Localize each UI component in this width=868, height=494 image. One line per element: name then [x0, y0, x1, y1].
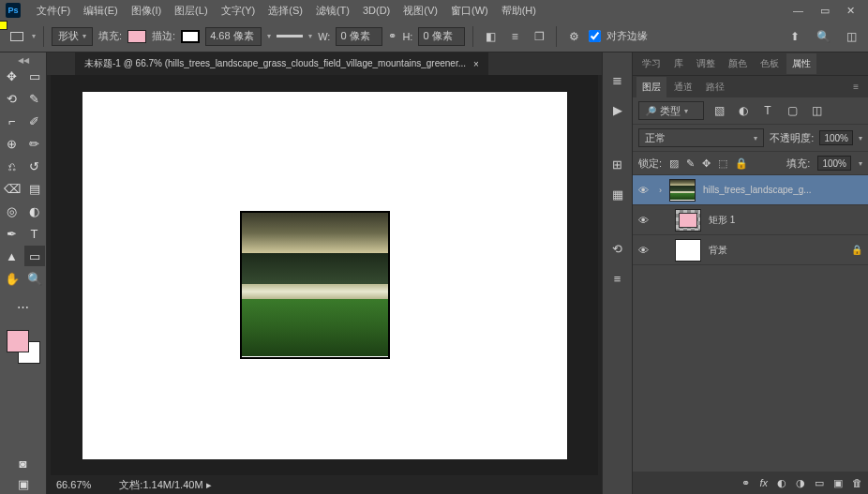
share-icon[interactable]: ⬆	[786, 27, 804, 46]
tab-layers[interactable]: 图层	[636, 77, 666, 97]
group-icon[interactable]: ▭	[815, 477, 824, 489]
visibility-icon[interactable]: 👁	[638, 185, 651, 196]
menu-filter[interactable]: 滤镜(T)	[309, 0, 356, 21]
history-panel-icon[interactable]: ≣	[609, 71, 626, 88]
chevron-down-icon[interactable]: ▾	[267, 32, 271, 40]
align-edges-checkbox[interactable]	[589, 30, 601, 42]
opacity-input[interactable]: 100%	[819, 130, 853, 145]
mask-icon[interactable]: ◐	[777, 477, 786, 489]
window-close-icon[interactable]: ✕	[846, 5, 855, 17]
align-icon[interactable]: ≡	[505, 27, 524, 46]
quick-mask-icon[interactable]: ◙	[13, 453, 34, 473]
marquee-tool[interactable]: ▭	[24, 66, 45, 86]
collapse-toolbox-icon[interactable]: ◀◀	[0, 56, 46, 64]
visibility-icon[interactable]: 👁	[638, 215, 651, 226]
tab-swatch[interactable]: 色板	[755, 53, 785, 74]
menu-type[interactable]: 文字(Y)	[215, 0, 262, 21]
zoom-tool[interactable]: 🔍	[24, 268, 45, 289]
menu-layer[interactable]: 图层(L)	[168, 0, 214, 21]
screen-mode-icon[interactable]: ▣	[13, 473, 34, 494]
layer-row[interactable]: 👁 矩形 1	[633, 205, 868, 235]
gear-icon[interactable]: ⚙	[564, 27, 583, 46]
link-icon[interactable]: ›	[659, 186, 662, 195]
new-layer-icon[interactable]: ▣	[833, 477, 843, 489]
gradient-tool[interactable]: ▤	[24, 178, 45, 199]
layer-name[interactable]: 矩形 1	[709, 214, 862, 227]
filter-shape-icon[interactable]: ▢	[783, 101, 801, 120]
canvas[interactable]	[82, 92, 567, 459]
link-layers-icon[interactable]: ⚭	[741, 477, 750, 489]
brush-tool[interactable]: ✏	[24, 133, 45, 154]
menu-image[interactable]: 图像(I)	[125, 0, 168, 21]
color-picker[interactable]	[7, 330, 40, 364]
eraser-tool[interactable]: ⌫	[2, 178, 22, 199]
hand-tool[interactable]: ✋	[2, 268, 22, 289]
width-input[interactable]: 0 像素	[336, 27, 382, 46]
quick-select-tool[interactable]: ✎	[24, 88, 45, 109]
layer-thumbnail[interactable]	[675, 239, 701, 262]
pen-tool[interactable]: ✒	[2, 223, 22, 244]
lock-all-icon[interactable]: 🔒	[735, 157, 748, 170]
arrange-icon[interactable]: ❐	[530, 27, 548, 46]
type-tool[interactable]: T	[24, 223, 45, 244]
chevron-down-icon[interactable]: ▾	[308, 32, 312, 40]
stroke-style-preview[interactable]	[277, 35, 303, 37]
stroke-width-input[interactable]: 4.68 像素	[205, 27, 262, 46]
visibility-icon[interactable]: 👁	[638, 245, 651, 256]
fill-opacity-input[interactable]: 100%	[817, 156, 851, 171]
menu-edit[interactable]: 编辑(E)	[77, 0, 125, 21]
workspace-icon[interactable]: ◫	[842, 27, 861, 46]
tab-paths[interactable]: 路径	[700, 77, 730, 97]
link-wh-icon[interactable]: ⚭	[388, 30, 397, 42]
tool-preset-icon[interactable]	[7, 27, 26, 46]
shape-mode-select[interactable]: 形状▾	[52, 27, 93, 46]
move-tool[interactable]: ✥	[2, 66, 22, 86]
tab-channels[interactable]: 通道	[668, 77, 698, 97]
history-brush-tool[interactable]: ↺	[24, 156, 45, 176]
height-input[interactable]: 0 像素	[418, 27, 465, 46]
crop-tool[interactable]: ⌐	[2, 111, 22, 131]
tab-properties[interactable]: 属性	[786, 53, 816, 74]
eyedropper-tool[interactable]: ✐	[24, 111, 45, 131]
blur-tool[interactable]: ◎	[2, 201, 22, 221]
menu-help[interactable]: 帮助(H)	[495, 0, 543, 21]
layer-row[interactable]: 👁 › hills_trees_landscape_g...	[633, 175, 868, 205]
canvas-viewport[interactable]	[51, 75, 598, 475]
lasso-tool[interactable]: ⟲	[2, 88, 22, 109]
stroke-swatch[interactable]	[181, 30, 200, 43]
blend-mode-select[interactable]: 正常▾	[638, 128, 764, 147]
filter-type-icon[interactable]: T	[758, 101, 777, 120]
fx-icon[interactable]: fx	[759, 477, 768, 488]
path-ops-icon[interactable]: ◧	[481, 27, 500, 46]
layer-thumbnail[interactable]	[675, 209, 701, 232]
trash-icon[interactable]: 🗑	[852, 477, 862, 488]
menu-view[interactable]: 视图(V)	[397, 0, 444, 21]
menu-3d[interactable]: 3D(D)	[356, 0, 397, 21]
actions-panel-icon[interactable]: ▶	[609, 101, 626, 118]
layer-name[interactable]: 背景	[709, 244, 844, 257]
adjustment-layer-icon[interactable]: ◑	[796, 477, 805, 489]
menu-file[interactable]: 文件(F)	[30, 0, 77, 21]
tab-color[interactable]: 颜色	[723, 53, 753, 74]
tab-adjust[interactable]: 调整	[691, 53, 721, 74]
rectangle-tool[interactable]: ▭	[24, 246, 45, 266]
lock-trans-icon[interactable]: ▨	[669, 157, 679, 170]
dodge-tool[interactable]: ◐	[24, 201, 45, 221]
chevron-down-icon[interactable]: ▾	[32, 32, 36, 40]
layer-filter-select[interactable]: 🔎 类型▾	[638, 101, 704, 120]
window-minimize-icon[interactable]: —	[793, 5, 803, 17]
healing-tool[interactable]: ⊕	[2, 133, 22, 154]
close-tab-icon[interactable]: ×	[473, 59, 479, 69]
stamp-tool[interactable]: ⎌	[2, 156, 22, 176]
layer-row[interactable]: 👁 背景 🔒	[633, 235, 868, 265]
lock-image-icon[interactable]: ✎	[686, 157, 695, 170]
edit-toolbar-icon[interactable]: ⋯	[13, 296, 34, 317]
menu-select[interactable]: 选择(S)	[262, 0, 309, 21]
menu-window[interactable]: 窗口(W)	[444, 0, 495, 21]
filter-pixel-icon[interactable]: ▧	[710, 101, 728, 120]
path-select-tool[interactable]: ▲	[2, 246, 22, 266]
brushes-panel-icon[interactable]: ⊞	[609, 156, 626, 172]
filter-adjust-icon[interactable]: ◐	[734, 101, 753, 120]
lock-pos-icon[interactable]: ✥	[702, 157, 711, 170]
fill-swatch[interactable]	[127, 30, 146, 43]
